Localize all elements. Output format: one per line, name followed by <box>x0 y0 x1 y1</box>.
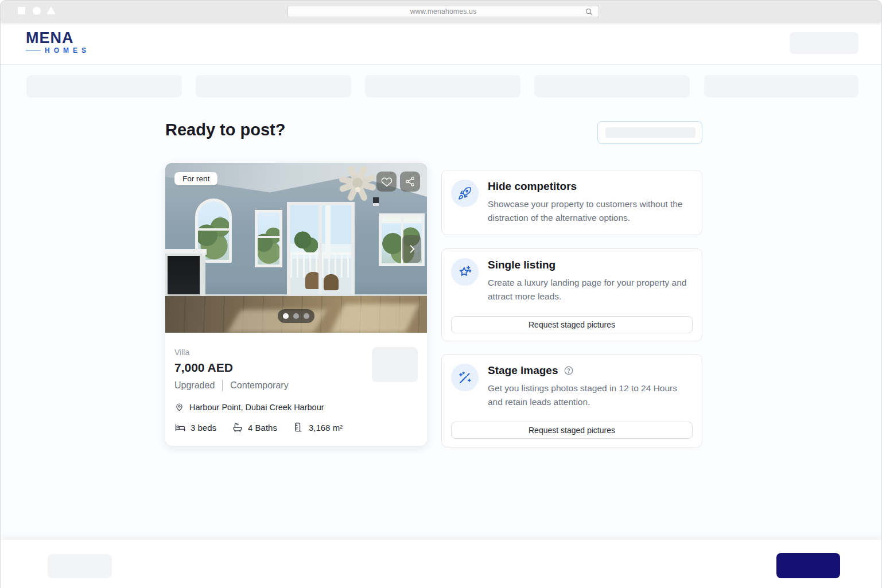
location-row: Harbour Point, Dubai Creek Harbour <box>174 402 418 412</box>
promo-description: Create a luxury landing page for your pr… <box>488 276 689 303</box>
browser-chrome: www.menahomes.us <box>1 1 881 22</box>
address-bar[interactable]: www.menahomes.us <box>287 6 599 17</box>
beds-text: 3 beds <box>191 423 216 433</box>
carousel-dot-2[interactable] <box>293 313 299 319</box>
for-rent-badge: For rent <box>174 172 217 185</box>
nav-placeholder-1 <box>26 75 182 98</box>
baths-amenity: 4 Baths <box>232 422 277 433</box>
area-text: 3,168 m² <box>309 423 343 433</box>
carousel-dot-1[interactable] <box>283 313 289 319</box>
address-bar-url[interactable]: www.menahomes.us <box>410 7 476 15</box>
carousel-dot-3[interactable] <box>304 313 309 319</box>
window-control-circle[interactable] <box>33 7 41 15</box>
footer-primary-button[interactable] <box>776 553 840 578</box>
site-header: MENA HOMES <box>1 22 881 65</box>
photo-sliding-door <box>287 202 355 301</box>
browser-window: www.menahomes.us MENA HOMES Ready to pos… <box>0 0 882 588</box>
highlighted-placeholder-button[interactable] <box>597 121 702 144</box>
thumbnail-placeholder <box>372 347 418 382</box>
promo-card-stage-images: Stage images Get you listings photos sta… <box>441 354 702 447</box>
request-staged-pictures-button[interactable]: Request staged pictures <box>451 422 693 439</box>
share-button[interactable] <box>400 172 420 192</box>
request-staged-pictures-button[interactable]: Request staged pictures <box>451 316 693 333</box>
area-amenity: 3,168 m² <box>293 422 343 433</box>
header-placeholder <box>790 32 858 54</box>
baths-text: 4 Baths <box>248 423 277 433</box>
amenities-row: 3 beds 4 Baths <box>174 422 418 433</box>
promo-title-text: Stage images <box>488 364 558 377</box>
next-photo-button[interactable] <box>402 235 421 263</box>
promo-title-text: Hide competitors <box>488 180 577 193</box>
photo-wall-speaker <box>373 197 379 206</box>
style-tag: Contemporary <box>230 380 288 391</box>
favorite-button[interactable] <box>376 172 397 192</box>
search-icon[interactable] <box>585 7 593 16</box>
heart-icon <box>381 176 393 188</box>
nav-placeholder-3 <box>365 75 520 98</box>
promo-card-single-listing: Single listing Create a luxury landing p… <box>441 248 702 341</box>
baths-icon <box>232 422 243 433</box>
placeholder-bar <box>605 127 696 138</box>
sparkle-star-icon <box>451 258 479 286</box>
photo-balcony-column <box>325 205 331 259</box>
property-photo[interactable]: For rent <box>165 163 427 333</box>
area-icon <box>293 422 304 433</box>
mena-homes-logo[interactable]: MENA HOMES <box>26 30 90 54</box>
promo-description: Get you listings photos staged in 12 to … <box>488 381 689 409</box>
promo-title-text: Single listing <box>488 259 555 271</box>
photo-window <box>255 210 282 267</box>
condition-tag: Upgraded <box>174 380 215 391</box>
promo-card-hide-competitors: Hide competitors Showcase your property … <box>441 170 702 235</box>
beds-icon <box>174 422 186 433</box>
beds-amenity: 3 beds <box>174 422 216 433</box>
chevron-right-icon <box>406 243 418 255</box>
nav-placeholder-2 <box>196 75 351 98</box>
share-icon <box>405 176 415 187</box>
nav-placeholder-5 <box>704 75 858 98</box>
photo-fan-light <box>355 187 360 192</box>
logo-primary-text: MENA <box>26 30 90 46</box>
location-text: Harbour Point, Dubai Creek Harbour <box>189 403 324 412</box>
nav-placeholder-4 <box>534 75 690 98</box>
window-control-triangle[interactable] <box>46 6 56 14</box>
help-icon[interactable] <box>564 365 574 376</box>
window-control-square[interactable] <box>18 7 25 14</box>
footer-bar <box>1 540 881 588</box>
tag-divider <box>222 380 223 391</box>
logo-dash <box>26 50 41 51</box>
magic-wand-icon <box>451 364 479 391</box>
rocket-icon <box>451 180 479 207</box>
photo-wicker-chair <box>324 274 339 290</box>
listing-details: Villa 7,000 AED Upgraded Contemporary Ha… <box>165 333 427 446</box>
promo-description: Showcase your property to customers with… <box>488 197 689 225</box>
page-title: Ready to post? <box>165 120 285 139</box>
carousel-dots <box>278 309 314 323</box>
property-listing-card: For rent <box>165 163 427 446</box>
photo-sunlight-patch <box>331 304 418 333</box>
footer-placeholder-button[interactable] <box>48 554 112 578</box>
logo-secondary-text: HOMES <box>45 46 90 54</box>
location-icon <box>174 402 184 412</box>
photo-door-frame <box>318 205 322 297</box>
